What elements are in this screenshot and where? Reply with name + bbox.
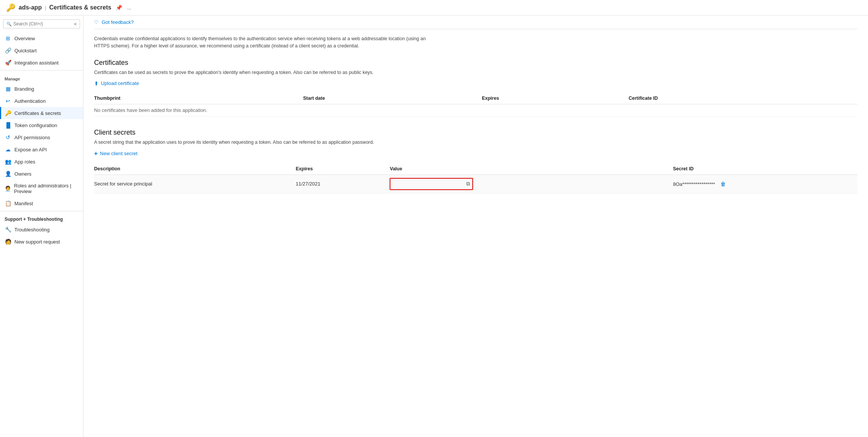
client-secrets-table: Description Expires Value Secret ID Secr… [94,163,857,193]
search-icon: 🔍 [6,22,12,27]
sidebar-item-api-permissions[interactable]: ↺ API permissions [0,131,83,143]
sidebar-item-token[interactable]: ▐▌ Token configuration [0,119,83,131]
manifest-icon: 📋 [5,200,11,206]
sidebar-item-roles-admin[interactable]: 🧑‍💼 Roles and administrators | Preview [0,180,83,197]
app-name: ads-app [19,4,42,11]
quickstart-icon: 🔗 [5,47,11,53]
search-input[interactable] [13,21,72,27]
col-description: Description [94,163,296,175]
rocket-icon: 🚀 [5,60,11,66]
upload-icon: ⬆ [94,80,99,86]
secret-id-cell: 8Oa***************** 🗑 [673,174,857,193]
sidebar-item-authentication[interactable]: ↩ Authentication [0,95,83,107]
title-separator: | [45,5,46,11]
app-icon: 🔑 [6,3,16,12]
search-box[interactable]: 🔍 « [3,19,80,28]
certificates-table-container: Thumbprint Start date Expires Certificat… [94,93,857,116]
sidebar-label-api-permissions: API permissions [14,135,50,140]
col-cert-id: Certificate ID [629,93,857,104]
col-secret-expires: Expires [296,163,390,175]
sidebar-label-new-support: New support request [14,239,60,245]
client-secrets-description: A secret string that the application use… [94,140,436,145]
auth-icon: ↩ [5,98,11,104]
certificates-description: Certificates can be used as secrets to p… [94,70,436,75]
sidebar-label-quickstart: Quickstart [14,48,37,53]
manage-section-label: Manage [0,72,83,83]
sidebar-label-troubleshooting: Troubleshooting [14,227,50,233]
copy-icon[interactable]: ⧉ [466,181,470,187]
intro-description: Credentials enable confidential applicat… [94,35,436,50]
main-content: ♡ Got feedback? Credentials enable confi… [83,16,868,437]
nav-divider-manage [0,70,83,71]
support-person-icon: 🧑 [5,239,11,245]
new-secret-label: New client secret [100,151,137,156]
col-expires: Expires [482,93,629,104]
sidebar-item-owners[interactable]: 👤 Owners [0,168,83,180]
col-thumbprint: Thumbprint [94,93,303,104]
sidebar-label-app-roles: App roles [14,159,35,165]
sidebar-label-certificates: Certificates & secrets [14,110,61,116]
secret-expires: 11/27/2021 [296,174,390,193]
sidebar-label-manifest: Manifest [14,201,33,206]
owners-icon: 👤 [5,171,11,177]
sidebar: 🔍 « ⊞ Overview 🔗 Quickstart 🚀 Integratio… [0,16,83,437]
branding-icon: ▦ [5,86,11,92]
secret-id-value: 8Oa***************** [673,181,715,187]
token-icon: ▐▌ [5,122,11,128]
certificates-table: Thumbprint Start date Expires Certificat… [94,93,857,116]
upload-certificate-label: Upload certificate [101,80,139,86]
main-layout: 🔍 « ⊞ Overview 🔗 Quickstart 🚀 Integratio… [0,16,868,437]
feedback-label[interactable]: Got feedback? [102,19,134,25]
secret-value-cell: ⧉ [390,174,673,193]
client-secrets-title: Client secrets [94,129,857,137]
sidebar-item-manifest[interactable]: 📋 Manifest [0,197,83,209]
sidebar-item-branding[interactable]: ▦ Branding [0,83,83,95]
plus-icon: + [94,150,97,157]
sidebar-item-expose-api[interactable]: ☁ Expose an API [0,143,83,156]
grid-icon: ⊞ [5,35,11,41]
sidebar-item-certificates[interactable]: 🔑 Certificates & secrets [0,107,83,119]
client-secrets-table-container: Description Expires Value Secret ID Secr… [94,163,857,193]
api-icon: ↺ [5,134,11,140]
upload-certificate-button[interactable]: ⬆ Upload certificate [94,80,139,86]
new-client-secret-button[interactable]: + New client secret [94,150,137,157]
approles-icon: 👥 [5,159,11,165]
nav-divider-support [0,211,83,211]
sidebar-label-roles-admin: Roles and administrators | Preview [14,183,79,194]
col-value: Value [390,163,673,175]
col-start-date: Start date [303,93,482,104]
top-bar: 🔑 ads-app | Certificates & secrets 📌 ... [0,0,868,16]
certificates-empty-message: No certificates have been added for this… [94,104,857,116]
roles-icon: 🧑‍💼 [5,185,11,192]
sidebar-label-overview: Overview [14,36,35,41]
support-section-label: Support + Troubleshooting [0,213,83,223]
secret-value-box: ⧉ [390,178,473,190]
certificates-empty-row: No certificates have been added for this… [94,104,857,116]
sidebar-item-overview[interactable]: ⊞ Overview [0,32,83,44]
sidebar-item-new-support[interactable]: 🧑 New support request [0,236,83,248]
sidebar-label-integration: Integration assistant [14,60,58,66]
sidebar-item-integration[interactable]: 🚀 Integration assistant [0,57,83,69]
delete-secret-icon[interactable]: 🗑 [720,181,726,187]
collapse-icon[interactable]: « [74,21,77,27]
col-secret-id: Secret ID [673,163,857,175]
more-icon[interactable]: ... [127,5,131,11]
table-row: Secret for service principal 11/27/2021 … [94,174,857,193]
sidebar-item-app-roles[interactable]: 👥 App roles [0,156,83,168]
sidebar-label-branding: Branding [14,86,34,92]
heart-icon: ♡ [94,19,99,25]
sidebar-label-owners: Owners [14,171,31,177]
certificates-title: Certificates [94,59,857,67]
secret-description: Secret for service principal [94,174,296,193]
cloud-icon: ☁ [5,146,11,152]
sidebar-label-expose-api: Expose an API [14,147,47,152]
page-title: Certificates & secrets [49,4,112,11]
sidebar-label-authentication: Authentication [14,98,46,104]
pin-icon[interactable]: 📌 [116,5,122,11]
sidebar-item-troubleshooting[interactable]: 🔧 Troubleshooting [0,223,83,236]
top-bar-actions: 📌 ... [116,5,131,11]
sidebar-item-quickstart[interactable]: 🔗 Quickstart [0,44,83,57]
feedback-bar: ♡ Got feedback? [94,16,857,29]
wrench-icon: 🔧 [5,226,11,233]
sidebar-label-token: Token configuration [14,123,57,128]
